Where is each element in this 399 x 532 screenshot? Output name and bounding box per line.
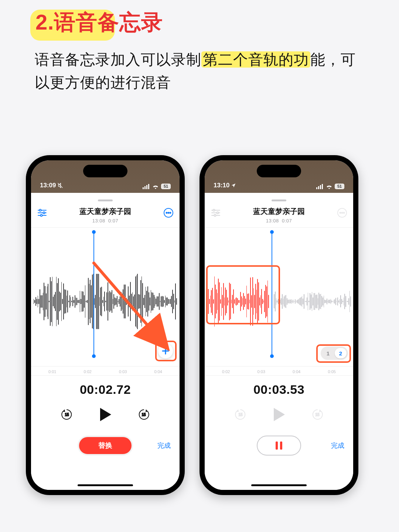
svg-rect-20 [318,186,319,189]
wifi-icon [152,184,159,189]
battery-indicator: 51 [161,184,171,189]
page-heading-text: 2.语音备忘录 [35,8,163,37]
track-selector[interactable]: 1 2 [321,347,348,360]
svg-rect-21 [320,185,321,189]
recording-title: 蓝天童梦亲子园 [52,207,159,216]
svg-rect-1 [144,186,146,189]
svg-point-13 [170,212,171,214]
done-button[interactable]: 完成 [331,441,344,450]
time-ruler: 0:01 0:02 0:03 0:04 [31,366,180,374]
svg-rect-2 [146,185,147,189]
svg-point-12 [168,212,169,214]
svg-point-11 [166,212,167,214]
waveform [205,276,353,326]
sheet-grabber[interactable] [272,200,286,201]
waveform-area[interactable]: 0:01 0:02 0:03 0:04 [31,228,180,375]
status-time: 13:09 [40,182,56,189]
plus-icon [161,347,170,355]
playhead[interactable] [93,232,94,356]
recording-header: 蓝天童梦亲子园 13:08 0:07 [205,193,353,228]
signal-icon [316,184,324,189]
svg-rect-3 [148,184,149,189]
track-2[interactable]: 2 [335,348,347,358]
svg-point-30 [340,212,341,214]
playback-controls: 00:02.72 15 [31,375,180,490]
sliders-icon [37,209,47,217]
pause-button[interactable] [257,436,301,456]
skip-back-icon: 15 [234,408,247,421]
svg-point-28 [214,215,216,216]
dynamic-island [83,165,127,177]
svg-point-24 [213,209,215,211]
play-button[interactable] [96,406,114,423]
more-button [335,205,349,220]
svg-rect-36 [280,441,282,450]
filter-button [208,205,223,220]
current-time: 00:02.72 [40,382,171,397]
location-icon [231,183,236,188]
svg-point-31 [342,212,343,214]
svg-point-32 [344,212,345,214]
more-button[interactable] [161,205,176,220]
sheet-grabber[interactable] [98,200,113,201]
silent-icon [57,183,63,188]
pause-icon [275,441,283,450]
battery-indicator: 51 [335,184,344,189]
phone-mockup-left: 13:09 51 蓝天童梦亲子园 [26,155,185,495]
svg-point-5 [40,209,41,211]
playback-controls: 00:03.53 15 [205,375,353,490]
play-button [270,406,288,423]
home-indicator[interactable] [78,484,133,486]
skip-forward-button[interactable]: 15 [136,407,151,422]
svg-point-9 [41,215,42,216]
skip-forward-button: 15 [310,407,325,422]
waveform-area[interactable]: 0:02 0:03 0:04 0:05 1 2 [205,228,353,375]
play-icon [272,407,286,422]
skip-back-button[interactable]: 15 [59,407,74,422]
page-heading: 2.语音备忘录 [33,7,167,39]
play-icon [99,407,112,422]
wifi-icon [326,184,332,189]
track-1[interactable]: 1 [322,348,334,358]
waveform [31,274,180,330]
svg-rect-0 [143,187,144,189]
svg-rect-22 [322,184,323,189]
home-indicator[interactable] [251,484,307,486]
ellipsis-circle-icon [337,208,347,218]
skip-back-button: 15 [233,407,248,422]
svg-text:15: 15 [65,413,69,417]
time-ruler: 0:02 0:03 0:04 0:05 [205,366,353,374]
recording-meta: 13:08 0:07 [225,218,332,224]
skip-forward-icon: 15 [311,408,324,421]
svg-point-26 [217,212,219,214]
svg-point-7 [43,212,45,214]
done-button[interactable]: 完成 [157,441,171,450]
add-track-button[interactable] [158,344,173,358]
sliders-icon [211,209,221,217]
svg-text:15: 15 [238,413,243,417]
svg-text:15: 15 [141,413,146,417]
filter-button[interactable] [35,205,50,220]
recording-header: 蓝天童梦亲子园 13:08 0:07 [31,193,180,228]
recording-title: 蓝天童梦亲子园 [225,207,332,216]
phone-mockup-right: 13:10 51 蓝天童梦亲子园 [200,155,358,495]
ellipsis-circle-icon [163,208,174,218]
status-time: 13:10 [214,182,229,189]
playhead[interactable] [272,232,272,356]
signal-icon [143,184,150,189]
current-time: 00:03.53 [214,382,344,397]
svg-rect-19 [316,187,317,189]
skip-forward-icon: 15 [137,408,150,421]
svg-rect-35 [276,441,278,450]
skip-back-icon: 15 [60,408,74,421]
replace-button[interactable]: 替换 [78,436,133,456]
page-subheading: 语音备忘录加入可以录制第二个音轨的功能，可以更方便的进行混音 [35,48,364,94]
svg-text:15: 15 [315,413,320,417]
highlighted-text: 第二个音轨的功 [201,51,310,68]
dynamic-island [257,165,301,177]
recording-meta: 13:08 0:07 [52,218,159,224]
